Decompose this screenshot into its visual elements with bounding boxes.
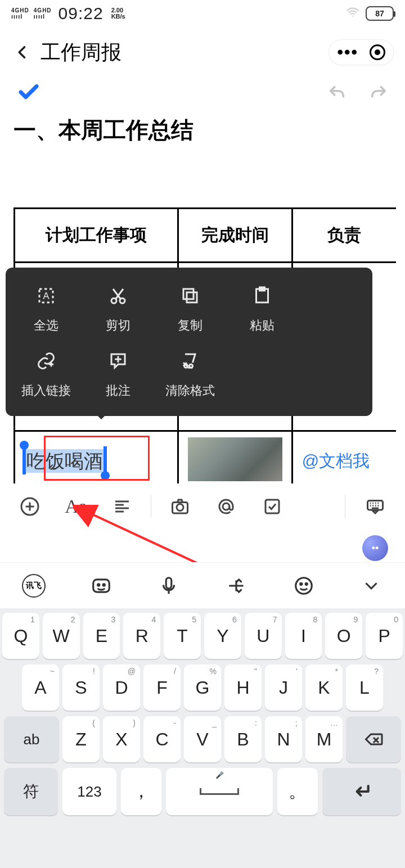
text-context-menu: A 全选 剪切 复制 粘贴 插入链接 批注 清除格式: [6, 268, 372, 416]
ime-brand[interactable]: 讯飞: [20, 572, 47, 599]
key-D[interactable]: @D: [103, 664, 140, 711]
target-button[interactable]: [370, 44, 385, 60]
key-L[interactable]: ?L: [346, 664, 383, 711]
wifi-icon: [345, 5, 360, 22]
ctx-copy[interactable]: 复制: [154, 280, 226, 345]
key-J[interactable]: 'J: [265, 664, 302, 711]
table-cell-time[interactable]: [178, 431, 292, 492]
key-X[interactable]: )X: [103, 716, 140, 762]
column-header-time[interactable]: 完成时间: [178, 209, 292, 263]
table-cell-owner[interactable]: @文档我: [292, 431, 396, 492]
paste-icon: [251, 284, 273, 307]
key-E[interactable]: 3E: [83, 613, 120, 659]
tb-mention[interactable]: [205, 490, 247, 523]
tb-camera[interactable]: [159, 490, 201, 523]
table-cell-task[interactable]: 吃饭喝酒: [15, 431, 178, 492]
key-shift[interactable]: ab: [4, 716, 59, 762]
key-S[interactable]: !S: [62, 664, 100, 711]
svg-rect-4: [187, 292, 197, 302]
mention[interactable]: @文档我: [302, 451, 370, 470]
inline-image[interactable]: [188, 437, 282, 481]
tb-task[interactable]: [251, 490, 293, 523]
tb-keyboard-hide[interactable]: [354, 490, 396, 523]
key-Y[interactable]: 6Y: [204, 613, 241, 659]
key-V[interactable]: _V: [184, 716, 221, 762]
redo-button[interactable]: [369, 84, 388, 105]
key-U[interactable]: 7U: [245, 613, 282, 659]
key-W[interactable]: 2W: [43, 613, 80, 659]
page-title: 工作周报: [40, 39, 122, 66]
svg-rect-14: [266, 500, 279, 513]
ctx-paste[interactable]: 粘贴: [226, 280, 298, 345]
tb-add[interactable]: [9, 490, 51, 523]
ctx-clear-format[interactable]: 清除格式: [154, 345, 226, 410]
svg-text:A: A: [43, 291, 49, 301]
selection-handle-right[interactable]: [104, 446, 107, 474]
key-T[interactable]: 5T: [164, 613, 201, 659]
key-B[interactable]: :B: [224, 716, 262, 762]
ctx-insert-link[interactable]: 插入链接: [10, 345, 82, 410]
key-C[interactable]: -C: [143, 716, 181, 762]
tb-text-style[interactable]: Aa: [55, 490, 97, 523]
ime-smiley[interactable]: [290, 572, 317, 599]
column-header-task[interactable]: 计划工作事项: [15, 209, 178, 263]
undo-button[interactable]: [327, 84, 346, 105]
ime-cursor-move[interactable]: [223, 572, 250, 599]
editor-toolbar: Aa: [0, 483, 405, 528]
svg-point-12: [177, 504, 183, 510]
key-enter[interactable]: [322, 768, 401, 815]
key-R[interactable]: 4R: [123, 613, 160, 659]
key-A[interactable]: ~A: [22, 664, 59, 711]
key-space[interactable]: 🎤: [166, 768, 273, 815]
key-G[interactable]: %G: [184, 664, 221, 711]
svg-rect-7: [260, 287, 265, 291]
network-speed: 2.00KB/s: [111, 7, 125, 20]
selection-handle-left[interactable]: [22, 446, 26, 474]
column-header-owner[interactable]: 负责: [292, 209, 396, 263]
ime-emoji[interactable]: [88, 572, 115, 599]
ctx-select-all[interactable]: A 全选: [10, 280, 82, 345]
key-period[interactable]: 。: [277, 768, 318, 815]
doc-heading[interactable]: 一、本周工作总结: [14, 115, 392, 146]
confirm-button[interactable]: [17, 80, 40, 109]
key-F[interactable]: /F: [143, 664, 181, 711]
key-symbols[interactable]: 符: [4, 768, 58, 815]
signal-1: 4GHDııııl: [11, 7, 29, 20]
key-K[interactable]: *K: [305, 664, 343, 711]
key-N[interactable]: ;N: [265, 716, 302, 762]
key-H[interactable]: "H: [224, 664, 262, 711]
copy-icon: [179, 284, 201, 307]
ctx-comment[interactable]: 批注: [82, 345, 154, 410]
select-all-icon: A: [35, 284, 57, 307]
spacebar-icon: [200, 788, 239, 795]
action-row: [0, 78, 405, 111]
key-comma[interactable]: ，: [121, 768, 161, 815]
key-backspace[interactable]: [346, 716, 401, 762]
signal-2: 4GHDııııl: [34, 7, 52, 20]
svg-point-9: [190, 364, 193, 368]
selected-text[interactable]: 吃饭喝酒: [24, 449, 105, 473]
ime-voice[interactable]: [155, 572, 182, 599]
back-button[interactable]: [11, 41, 34, 64]
key-P[interactable]: 0P: [366, 613, 403, 659]
key-Q[interactable]: 1Q: [2, 613, 39, 659]
key-I[interactable]: 8I: [285, 613, 322, 659]
more-button[interactable]: •••: [337, 49, 358, 55]
soft-keyboard: 1Q2W3E4R5T6Y7U8I9O0P ~A!S@D/F%G"H'J*K?L …: [0, 608, 405, 868]
key-Z[interactable]: (Z: [62, 716, 100, 762]
assistant-bubble[interactable]: ••: [362, 535, 388, 561]
ctx-cut[interactable]: 剪切: [82, 280, 154, 345]
ime-collapse[interactable]: [358, 572, 385, 599]
toolbar-separator: [151, 495, 151, 518]
tb-align[interactable]: [101, 490, 143, 523]
link-icon: [35, 350, 57, 372]
cut-icon: [107, 284, 129, 307]
svg-rect-5: [183, 289, 194, 299]
backspace-icon: [363, 729, 384, 749]
comment-icon: [107, 350, 129, 372]
key-M[interactable]: …M: [305, 716, 343, 762]
key-O[interactable]: 9O: [325, 613, 362, 659]
enter-icon: [350, 780, 373, 803]
key-numeric[interactable]: 123: [62, 768, 116, 815]
battery-indicator: 87: [366, 6, 394, 21]
